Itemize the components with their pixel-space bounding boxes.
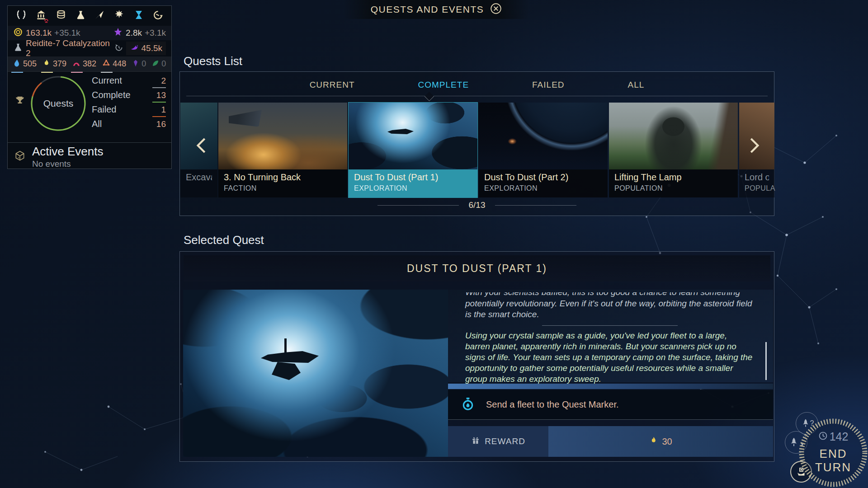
quests-ring-label: Quests bbox=[28, 74, 88, 133]
dust-coins-icon[interactable] bbox=[55, 9, 67, 23]
strategic-orichalcix[interactable]: 0 bbox=[151, 59, 166, 69]
reward-value: 30 bbox=[662, 436, 672, 447]
gift-icon bbox=[471, 436, 480, 447]
active-events-section: Active Events No events bbox=[8, 142, 171, 169]
strategic-antimatter[interactable]: 448 bbox=[102, 59, 126, 70]
science-stock-value: 45.5k bbox=[142, 43, 162, 53]
selected-quest-image bbox=[183, 290, 448, 457]
reward-tab[interactable]: REWARD bbox=[448, 426, 548, 457]
research-label: Reidite-7 Catalyzation 2 bbox=[26, 38, 112, 58]
titanium-icon bbox=[12, 59, 21, 70]
quest-card-lifting-the-lamp[interactable]: Lifting The LampPOPULATION bbox=[609, 103, 738, 197]
carousel-page-indicator: 6/13 bbox=[469, 200, 486, 210]
antimatter-icon bbox=[102, 59, 111, 70]
gold-delta: +35.1k bbox=[54, 28, 80, 38]
adamantian-icon bbox=[72, 59, 81, 70]
quest-filter-tabs: CURRENT COMPLETE FAILED ALL bbox=[180, 78, 774, 94]
empire-icon[interactable] bbox=[35, 9, 47, 23]
reward-label: REWARD bbox=[485, 436, 525, 446]
end-turn-label-2: TURN bbox=[815, 460, 851, 474]
quests-row-failed: Failed 1 bbox=[92, 104, 166, 119]
research-timer-icon bbox=[114, 43, 123, 54]
hourglass-icon[interactable] bbox=[133, 9, 144, 22]
influence-value: 2.8k bbox=[126, 28, 142, 38]
quest-card-image bbox=[349, 103, 477, 169]
active-events-empty: No events bbox=[32, 159, 71, 169]
screen-title: QUESTS AND EVENTS bbox=[371, 4, 484, 15]
research-row[interactable]: Reidite-7 Catalyzation 2 45.5k bbox=[8, 40, 171, 56]
empire-hud-panel: 163.1k +35.1k 2.8k +3.1k Reidite-7 Catal… bbox=[7, 5, 172, 169]
close-icon[interactable] bbox=[490, 3, 502, 16]
selected-quest-name: DUST TO DUST (PART 1) bbox=[407, 263, 547, 275]
quests-summary-rows: Current 2 Complete 13 Failed 1 All 16 bbox=[92, 75, 166, 133]
quests-list-panel: CURRENT COMPLETE FAILED ALL Excava. 3. N… bbox=[179, 71, 774, 216]
tabs-underline bbox=[186, 96, 768, 96]
reward-value-area: 30 bbox=[548, 426, 773, 457]
laurel-icon[interactable] bbox=[15, 9, 27, 23]
quest-description[interactable]: With your scientists baffled, this is to… bbox=[448, 290, 773, 382]
description-divider bbox=[542, 325, 678, 326]
influence-star-icon bbox=[113, 27, 123, 39]
selected-quest-panel: DUST TO DUST (PART 1) With your scientis… bbox=[179, 251, 774, 462]
quests-row-current: Current 2 bbox=[92, 75, 166, 90]
science-swoosh-icon bbox=[130, 42, 140, 54]
hyperium-reward-icon bbox=[649, 436, 658, 447]
tab-complete[interactable]: COMPLETE bbox=[414, 78, 474, 94]
strategic-resources-row: 505 379 382 448 0 bbox=[8, 56, 171, 72]
strategic-hyperium[interactable]: 379 bbox=[42, 59, 66, 70]
active-events-title: Active Events bbox=[32, 145, 104, 159]
quests-list-title: Quests List bbox=[184, 54, 242, 68]
quest-card-no-turning-back[interactable]: 3. No Turning BackFACTION bbox=[218, 103, 347, 197]
description-scrollbar[interactable] bbox=[765, 342, 767, 380]
turn-number: 142 bbox=[830, 430, 849, 443]
sun-gear-icon[interactable] bbox=[113, 9, 125, 23]
carousel-right-arrow[interactable] bbox=[742, 130, 766, 161]
dice-icon bbox=[14, 150, 26, 164]
quest-card-image bbox=[609, 103, 738, 169]
quest-card-carousel: Excava. 3. No Turning BackFACTION Dust T… bbox=[180, 103, 774, 197]
science-flask-icon[interactable] bbox=[75, 9, 86, 23]
influence-delta: +3.1k bbox=[145, 28, 166, 38]
hud-menu-icons bbox=[8, 6, 171, 26]
quest-card-image bbox=[218, 103, 347, 169]
trophy-icon bbox=[15, 95, 25, 107]
turn-timer: 142 bbox=[818, 430, 849, 443]
game-screen: 163.1k +35.1k 2.8k +3.1k Reidite-7 Catal… bbox=[0, 0, 868, 488]
tab-all[interactable]: ALL bbox=[623, 78, 649, 94]
selected-quest-header: DUST TO DUST (PART 1) bbox=[184, 255, 770, 282]
quest-description-p2: Using your crystal sample as a guide, yo… bbox=[465, 330, 754, 385]
quest-reward-bar: REWARD 30 bbox=[448, 426, 773, 457]
strategic-quadrinix[interactable]: 0 bbox=[132, 59, 146, 69]
gold-value: 163.1k bbox=[26, 28, 52, 38]
quests-row-complete: Complete 13 bbox=[92, 90, 166, 104]
quests-summary: Quests Current 2 Complete 13 Failed 1 Al… bbox=[8, 72, 171, 142]
strategic-titanium[interactable]: 505 bbox=[12, 59, 37, 70]
quest-objective-text: Send a fleet to the Quest Marker. bbox=[486, 399, 619, 410]
quadrinix-icon bbox=[132, 59, 140, 69]
research-flask-icon bbox=[13, 42, 23, 54]
trade-icon[interactable] bbox=[152, 9, 164, 23]
orichalcix-icon bbox=[151, 59, 160, 69]
carousel-pager: 6/13 bbox=[180, 200, 774, 210]
quest-objective-bar: Send a fleet to the Quest Marker. bbox=[448, 390, 773, 420]
strategic-adamantian[interactable]: 382 bbox=[72, 59, 96, 70]
quests-row-all: All 16 bbox=[92, 119, 166, 133]
quest-description-clipped-line: With your scientists baffled, this is to… bbox=[465, 292, 754, 298]
end-turn-label-1: END bbox=[820, 447, 847, 460]
tab-failed[interactable]: FAILED bbox=[528, 78, 569, 94]
explore-arrow-icon[interactable] bbox=[94, 9, 105, 22]
stopwatch-icon bbox=[461, 397, 475, 413]
turn-clock-icon bbox=[818, 430, 828, 443]
quest-card-dust-to-dust-1[interactable]: Dust To Dust (Part 1)EXPLORATION bbox=[349, 103, 477, 197]
screen-header: QUESTS AND EVENTS bbox=[344, 0, 529, 19]
gold-coin-icon bbox=[13, 27, 23, 39]
quest-card-image bbox=[479, 103, 608, 169]
end-turn-button[interactable]: 142 END TURN bbox=[797, 417, 868, 488]
quest-card-dust-to-dust-2[interactable]: Dust To Dust (Part 2)EXPLORATION bbox=[479, 103, 608, 197]
science-stock-chip: 45.5k bbox=[126, 42, 166, 55]
tab-current[interactable]: CURRENT bbox=[305, 78, 359, 94]
description-progress-bar bbox=[448, 384, 773, 389]
quest-description-p1: potentially revolutionary. Even if it's … bbox=[465, 298, 754, 320]
carousel-left-arrow[interactable] bbox=[190, 130, 213, 161]
selected-quest-title-label: Selected Quest bbox=[184, 233, 264, 247]
